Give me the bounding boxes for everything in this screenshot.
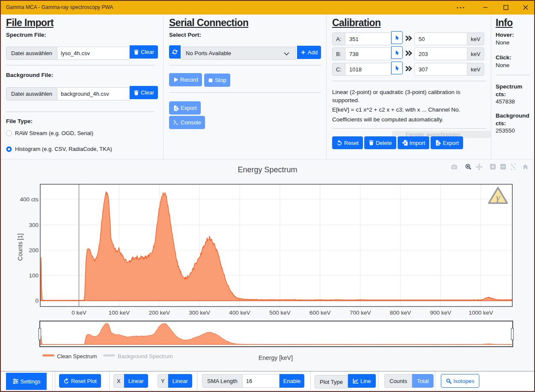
svg-text:200: 200 [29,247,39,253]
svg-text:100 keV: 100 keV [109,309,130,316]
svg-text:Background Spectrum: Background Spectrum [118,353,173,360]
svg-text:Counts [1]: Counts [1] [17,233,24,261]
svg-text:500 keV: 500 keV [269,309,291,316]
svg-text:0 keV: 0 keV [71,309,86,316]
svg-text:100: 100 [29,272,39,279]
svg-text:0: 0 [35,298,39,304]
svg-text:200 keV: 200 keV [149,309,170,316]
svg-text:Energy [keV]: Energy [keV] [259,354,293,361]
svg-text:γ: γ [496,192,500,203]
svg-text:600 keV: 600 keV [309,309,331,316]
svg-text:400 cts: 400 cts [20,196,39,203]
svg-text:300: 300 [29,222,39,228]
svg-text:1000 keV: 1000 keV [469,309,493,316]
svg-text:700 keV: 700 keV [350,309,371,316]
svg-text:900 keV: 900 keV [430,309,452,316]
svg-text:400 keV: 400 keV [229,309,250,316]
svg-text:300 keV: 300 keV [189,309,210,316]
svg-text:Clean Spectrum: Clean Spectrum [57,353,97,360]
svg-text:800 keV: 800 keV [390,309,411,316]
